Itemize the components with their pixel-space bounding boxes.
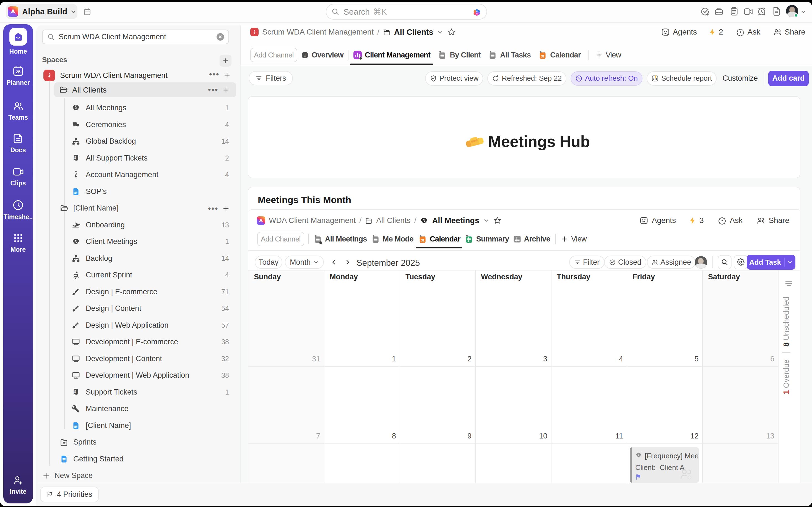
- svg-text:25: 25: [16, 69, 21, 74]
- svg-text:31: 31: [541, 54, 545, 58]
- svg-text:$: $: [74, 156, 76, 160]
- svg-text:31: 31: [421, 238, 424, 242]
- svg-text:$: $: [74, 390, 76, 394]
- svg-text:i: i: [305, 53, 306, 57]
